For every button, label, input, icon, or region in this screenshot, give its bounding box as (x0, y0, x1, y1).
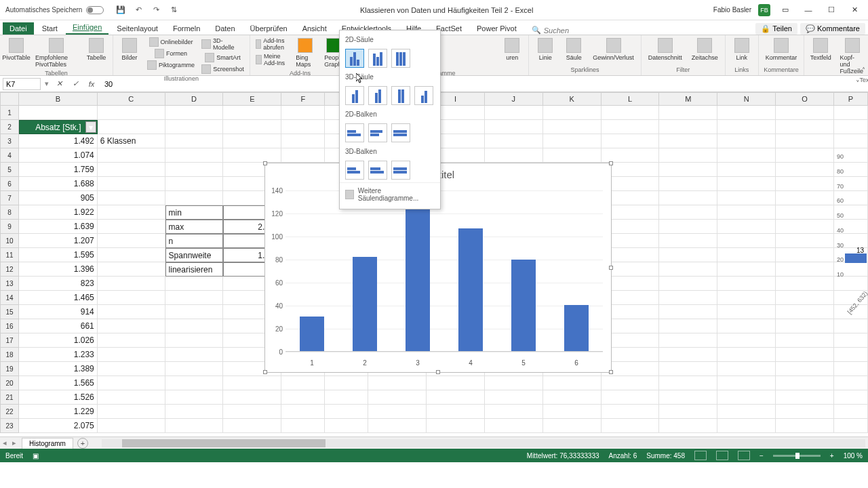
col-header[interactable]: J (485, 92, 543, 106)
resize-handle-icon[interactable] (263, 161, 267, 165)
cell[interactable] (776, 134, 834, 148)
chart-plot-area[interactable] (285, 190, 603, 352)
cell[interactable] (776, 419, 834, 433)
cell[interactable]: 1.526 (19, 390, 98, 405)
cell[interactable]: 1.074 (19, 148, 98, 163)
cell[interactable]: 1.492 (19, 134, 98, 148)
row-header[interactable]: 1 (0, 106, 19, 120)
cell[interactable] (776, 333, 834, 348)
cell[interactable]: 1.595 (19, 248, 98, 262)
cell[interactable] (543, 376, 601, 390)
tab-nav-next-icon[interactable]: ▸ (12, 439, 22, 448)
cell[interactable] (717, 205, 776, 220)
cell[interactable] (717, 134, 776, 148)
col-header[interactable]: C (98, 92, 165, 106)
cell[interactable] (717, 419, 776, 433)
cell[interactable] (717, 333, 776, 348)
row-header[interactable]: 9 (0, 220, 19, 234)
cell[interactable]: 1.639 (19, 220, 98, 234)
cell[interactable]: 2.075 (19, 419, 98, 433)
cell[interactable] (717, 277, 776, 291)
cell[interactable] (19, 106, 98, 120)
cell[interactable] (543, 419, 601, 433)
comment-button[interactable]: Kommentar (762, 37, 802, 62)
share-button[interactable]: 🔒 Teilen (755, 23, 797, 35)
cell[interactable] (485, 120, 543, 134)
user-name[interactable]: Fabio Basler (713, 6, 751, 14)
cell[interactable] (325, 419, 368, 433)
cell[interactable]: 823 (19, 277, 98, 291)
cell[interactable] (427, 419, 485, 433)
resize-handle-icon[interactable] (436, 370, 440, 374)
cell[interactable] (776, 106, 834, 120)
3dmodels-button[interactable]: 3D-Modelle (199, 37, 247, 52)
cell[interactable]: 905 (19, 191, 98, 205)
row-header[interactable]: 18 (0, 348, 19, 362)
cell[interactable] (659, 191, 717, 205)
zoom-level[interactable]: 100 % (844, 452, 863, 460)
cell[interactable] (659, 234, 717, 248)
stacked100-bar-2d-option[interactable] (391, 123, 410, 142)
cell[interactable] (165, 120, 224, 134)
cell[interactable] (98, 120, 165, 134)
cell[interactable]: 1.565 (19, 376, 98, 390)
cell[interactable] (834, 134, 868, 148)
cell[interactable] (281, 120, 325, 134)
cell[interactable] (223, 419, 281, 433)
cell[interactable] (165, 134, 224, 148)
cell[interactable] (834, 362, 868, 376)
cell[interactable]: 1.922 (19, 205, 98, 220)
cell[interactable]: 1.026 (19, 333, 98, 348)
tab-powerpivot[interactable]: Power Pivot (470, 22, 524, 35)
chart-bar[interactable] (353, 257, 377, 351)
cell[interactable] (368, 390, 427, 405)
cell[interactable] (543, 405, 601, 419)
cell[interactable] (717, 106, 776, 120)
cell[interactable] (281, 148, 325, 163)
tab-daten[interactable]: Daten (208, 22, 241, 35)
cell[interactable]: Absatz [Stk.]▾ (19, 120, 98, 134)
cell[interactable] (659, 277, 717, 291)
chart-bar[interactable] (511, 260, 536, 351)
cell[interactable] (776, 405, 834, 419)
clustered-bar-3d-option[interactable] (345, 161, 364, 180)
cell[interactable]: Spannweite (165, 248, 224, 262)
cell[interactable] (98, 348, 165, 362)
confirm-formula-icon[interactable]: ✓ (69, 78, 81, 90)
cell[interactable] (543, 134, 601, 148)
cell[interactable] (601, 390, 660, 405)
cell[interactable] (601, 405, 660, 419)
cell[interactable] (223, 148, 281, 163)
cell[interactable] (165, 362, 224, 376)
cell[interactable] (281, 376, 325, 390)
cell[interactable] (776, 348, 834, 362)
slicer-button[interactable]: Datenschnitt (644, 37, 686, 62)
cell[interactable] (717, 163, 776, 177)
row-header[interactable]: 12 (0, 262, 19, 277)
chart-bar[interactable] (564, 305, 589, 351)
cell[interactable] (427, 376, 485, 390)
shapes-button[interactable]: Formen (144, 48, 197, 59)
save-icon[interactable]: 💾 (116, 5, 125, 15)
cell[interactable] (485, 148, 543, 163)
row-header[interactable]: 15 (0, 305, 19, 319)
cell[interactable] (601, 148, 660, 163)
cell[interactable] (717, 191, 776, 205)
cell[interactable]: 1.233 (19, 348, 98, 362)
col-header[interactable]: M (659, 92, 717, 106)
cell[interactable] (659, 220, 717, 234)
cell[interactable] (98, 163, 165, 177)
cell[interactable] (165, 277, 224, 291)
clustered-bar-2d-option[interactable] (345, 123, 364, 142)
search-input[interactable] (544, 26, 605, 35)
cell[interactable] (834, 419, 868, 433)
cell[interactable]: n (165, 234, 224, 248)
row-header[interactable]: 17 (0, 333, 19, 348)
cell[interactable] (659, 148, 717, 163)
cell[interactable] (98, 405, 165, 419)
cell[interactable] (659, 134, 717, 148)
touch-mode-icon[interactable]: ⇅ (169, 5, 178, 15)
tab-formeln[interactable]: Formeln (166, 22, 207, 35)
stacked-bar-2d-option[interactable] (368, 123, 387, 142)
row-header[interactable]: 16 (0, 319, 19, 333)
